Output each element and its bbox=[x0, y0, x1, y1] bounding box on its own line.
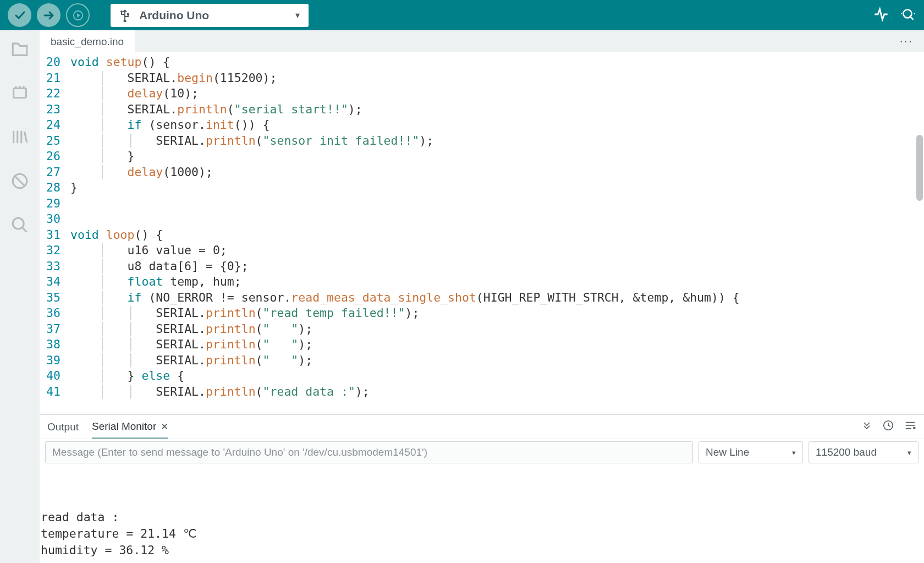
serial-monitor-button[interactable] bbox=[900, 7, 916, 24]
no-entry-icon bbox=[10, 172, 29, 190]
panel-clear-button[interactable] bbox=[904, 419, 916, 434]
verify-button[interactable] bbox=[8, 3, 31, 27]
svg-point-6 bbox=[914, 13, 915, 14]
sidebar-sketchbook[interactable] bbox=[8, 37, 32, 61]
serial-message-input[interactable] bbox=[45, 441, 693, 463]
svg-point-9 bbox=[13, 218, 24, 229]
chevrons-down-icon bbox=[861, 420, 872, 431]
magnifier-dots-icon bbox=[900, 7, 916, 22]
serial-plotter-button[interactable] bbox=[873, 7, 889, 24]
tab-strip: basic_demo.ino ··· bbox=[40, 30, 924, 52]
pulse-icon bbox=[873, 7, 889, 22]
check-icon bbox=[13, 9, 26, 22]
books-icon bbox=[10, 128, 29, 146]
line-gutter: 20 21 22 23 24 25 26 27 28 29 30 31 32 3… bbox=[40, 54, 70, 400]
panel-tab-serial-monitor[interactable]: Serial Monitor ✕ bbox=[92, 416, 168, 439]
toolbar: Arduino Uno ▾ bbox=[0, 0, 924, 30]
svg-point-4 bbox=[903, 9, 911, 18]
svg-rect-2 bbox=[127, 13, 129, 15]
tab-menu-button[interactable]: ··· bbox=[900, 30, 924, 52]
debug-button[interactable] bbox=[66, 3, 90, 27]
usb-icon bbox=[119, 9, 130, 22]
line-ending-select[interactable]: New Line bbox=[698, 441, 803, 463]
sidebar-library-manager[interactable] bbox=[8, 125, 32, 149]
scroll-thumb[interactable] bbox=[916, 135, 923, 201]
code-lines[interactable]: void setup() { │ SERIAL.begin(115200); │… bbox=[70, 54, 924, 400]
panel-collapse-button[interactable] bbox=[861, 420, 872, 434]
panel-timestamp-button[interactable] bbox=[882, 419, 894, 434]
sidebar-search[interactable] bbox=[8, 213, 32, 237]
board-selector[interactable]: Arduino Uno ▾ bbox=[111, 4, 309, 27]
panel-tabs: Output Serial Monitor ✕ bbox=[40, 415, 924, 439]
serial-input-row: New Line 115200 baud bbox=[40, 439, 924, 466]
chevron-down-icon: ▾ bbox=[295, 10, 300, 20]
sidebar bbox=[0, 30, 40, 563]
folder-icon bbox=[10, 40, 29, 58]
panel-tab-label: Serial Monitor bbox=[92, 420, 156, 433]
svg-point-3 bbox=[124, 19, 127, 22]
tab-file[interactable]: basic_demo.ino bbox=[40, 30, 135, 52]
upload-button[interactable] bbox=[37, 3, 61, 27]
svg-point-1 bbox=[120, 10, 123, 13]
serial-output[interactable]: read data : temperature = 21.14 ℃ humidi… bbox=[40, 466, 924, 563]
board-name: Arduino Uno bbox=[139, 9, 209, 22]
code-editor[interactable]: 20 21 22 23 24 25 26 27 28 29 30 31 32 3… bbox=[40, 52, 924, 414]
clock-icon bbox=[882, 419, 894, 431]
sidebar-debug[interactable] bbox=[8, 169, 32, 193]
editor-scrollbar[interactable] bbox=[915, 52, 924, 233]
search-icon bbox=[10, 216, 29, 234]
debug-play-icon bbox=[72, 9, 84, 21]
sidebar-boards-manager[interactable] bbox=[8, 81, 32, 105]
board-icon bbox=[10, 84, 29, 102]
svg-rect-7 bbox=[14, 89, 26, 98]
baud-rate-select[interactable]: 115200 baud bbox=[809, 441, 919, 463]
close-icon[interactable]: ✕ bbox=[161, 421, 168, 433]
svg-point-5 bbox=[901, 13, 902, 14]
arrow-right-icon bbox=[42, 9, 56, 22]
panel-tab-output[interactable]: Output bbox=[47, 416, 79, 438]
clear-lines-icon bbox=[904, 419, 916, 431]
bottom-panel: Output Serial Monitor ✕ bbox=[40, 414, 924, 563]
